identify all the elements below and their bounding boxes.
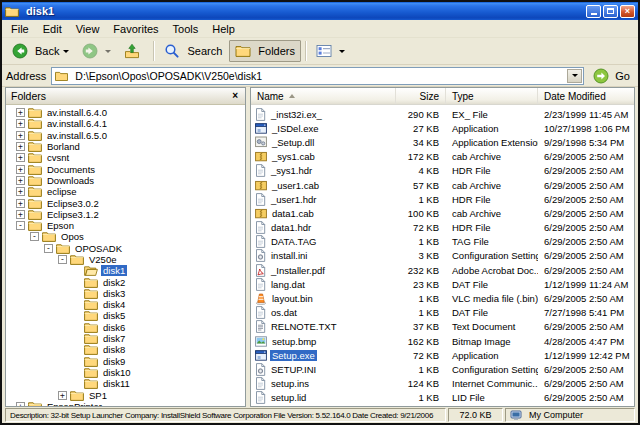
forward-button[interactable] [76,39,117,63]
file-name[interactable]: _user1.hdr [269,194,318,205]
column-header-size[interactable]: Size [396,88,446,104]
folder-label[interactable]: disk7 [101,333,127,344]
file-row-data-tag[interactable]: DATA.TAG1 KBTAG File6/29/2005 2:50 AM [251,235,634,249]
folder-label[interactable]: Eclipse3.1.2 [45,209,101,220]
file-name[interactable]: SETUP.INI [269,364,318,375]
tree-item-av-install-6-4-1[interactable]: +av.install.6.4.1 [6,118,245,129]
tree-item-disk3[interactable]: disk3 [6,288,245,299]
tree-item-disk9[interactable]: disk9 [6,356,245,367]
address-path[interactable]: D:\Epson\Opos\OPOSADK\V250e\disk1 [75,70,563,82]
file-row-setup-dll[interactable]: _Setup.dll34 KBApplication Extension9/29… [251,135,634,149]
folder-label[interactable]: Epson [45,220,76,231]
expand-icon[interactable]: + [16,176,25,185]
expand-icon[interactable]: + [58,391,67,400]
folder-label[interactable]: OPOSADK [73,243,124,254]
menu-favorites[interactable]: Favorites [106,22,165,36]
tree-item-disk11[interactable]: disk11 [6,378,245,389]
file-name[interactable]: data1.cab [270,208,316,219]
file-row-setup-bmp[interactable]: setup.bmp162 KBBitmap Image4/28/2005 4:4… [251,334,634,348]
folder-label[interactable]: disk2 [101,277,127,288]
file-row-lang-dat[interactable]: lang.dat23 KBDAT File1/12/1999 11:24 AM [251,277,634,291]
column-header-type[interactable]: Type [446,88,538,104]
file-name[interactable]: setup.bmp [270,336,318,347]
file-row-relnote-txt[interactable]: RELNOTE.TXT37 KBText Document6/29/2005 2… [251,320,634,334]
collapse-icon[interactable]: - [16,221,25,230]
tree-item-eclipse[interactable]: +eclipse [6,186,245,197]
expand-icon[interactable]: + [16,142,25,151]
file-name[interactable]: _ISDel.exe [270,123,320,134]
tree-item-av-install-6-5-0[interactable]: +av.install.6.5.0 [6,130,245,141]
folder-label[interactable]: cvsnt [45,152,71,163]
expand-icon[interactable]: + [16,119,25,128]
expand-icon[interactable]: + [16,131,25,140]
file-row-data1-hdr[interactable]: data1.hdr72 KBHDR File6/29/2005 2:50 AM [251,221,634,235]
tree-item-v250e[interactable]: -V250e [6,254,245,265]
menu-edit[interactable]: Edit [36,22,69,36]
file-name[interactable]: _sys1.cab [270,151,317,162]
address-field[interactable]: D:\Epson\Opos\OPOSADK\V250e\disk1 [51,67,584,85]
folder-label[interactable]: av.install.6.4.1 [45,118,109,129]
collapse-icon[interactable]: - [44,244,53,253]
file-row-os-dat[interactable]: os.dat1 KBDAT File7/27/1998 5:41 PM [251,306,634,320]
go-button[interactable]: Go [589,68,634,84]
back-button[interactable]: Back [6,39,75,63]
folder-label[interactable]: disk10 [101,367,132,378]
tree-item-sp1[interactable]: +SP1 [6,389,245,400]
address-dropdown-button[interactable] [567,69,582,83]
folder-label[interactable]: disk6 [101,322,127,333]
tree-item-disk1[interactable]: disk1 [6,265,245,276]
tree-item-disk7[interactable]: disk7 [6,333,245,344]
maximize-button[interactable] [603,5,618,18]
file-row-setup-ini[interactable]: SETUP.INI1 KBConfiguration Settings6/29/… [251,362,634,376]
folder-label[interactable]: disk1 [101,265,127,276]
tree-item-documents[interactable]: +Documents [6,163,245,174]
file-name[interactable]: Setup.exe [270,350,317,361]
tree-item-borland[interactable]: +Borland [6,141,245,152]
file-name[interactable]: data1.hdr [269,222,313,233]
folder-label[interactable]: EpsonPrinter [45,401,104,406]
expand-icon[interactable]: + [16,199,25,208]
tree-item-disk10[interactable]: disk10 [6,367,245,378]
expand-icon[interactable]: + [16,402,25,406]
chevron-down-icon[interactable] [339,50,345,53]
file-name[interactable]: _Installer.pdf [269,265,327,276]
menu-view[interactable]: View [69,22,107,36]
folder-label[interactable]: av.install.6.5.0 [45,130,109,141]
folder-label[interactable]: SP1 [87,390,109,401]
folder-label[interactable]: Eclipse3.0.2 [45,198,101,209]
folder-label[interactable]: V250e [87,254,118,265]
menu-tools[interactable]: Tools [166,22,206,36]
file-row-install-ini[interactable]: install.ini3 KBConfiguration Settings6/2… [251,249,634,263]
collapse-icon[interactable]: - [58,255,67,264]
folder-label[interactable]: disk8 [101,344,127,355]
file-row-data1-cab[interactable]: data1.cab100 KBcab Archive6/29/2005 2:50… [251,206,634,220]
expand-icon[interactable]: + [16,210,25,219]
folder-label[interactable]: Opos [59,231,86,242]
file-name[interactable]: _inst32i.ex_ [269,109,324,120]
column-header-name[interactable]: Name [251,88,396,104]
file-row-inst32i-ex[interactable]: _inst32i.ex_290 KBEX_ File2/23/1999 11:4… [251,107,634,121]
file-name[interactable]: _sys1.hdr [269,165,314,176]
folder-label[interactable]: disk3 [101,288,127,299]
tree-item-disk2[interactable]: disk2 [6,276,245,287]
folder-label[interactable]: eclipse [45,186,79,197]
file-row-setup-lid[interactable]: setup.lid1 KBLID File6/29/2005 2:50 AM [251,391,634,405]
tree-item-cvsnt[interactable]: +cvsnt [6,152,245,163]
file-row-user1-cab[interactable]: _user1.cab57 KBcab Archive6/29/2005 2:50… [251,178,634,192]
file-row-isdel-exe[interactable]: _ISDel.exe27 KBApplication10/27/1998 1:0… [251,121,634,135]
file-name[interactable]: setup.ins [269,378,311,389]
tree-item-disk4[interactable]: disk4 [6,299,245,310]
close-button[interactable]: × [620,5,635,18]
expand-icon[interactable]: + [16,108,25,117]
file-row-sys1-hdr[interactable]: _sys1.hdr4 KBHDR File6/29/2005 2:50 AM [251,164,634,178]
folders-button[interactable]: Folders [229,40,301,62]
up-button[interactable] [118,39,149,63]
expand-icon[interactable]: + [16,165,25,174]
tree-item-eclipse3-0-2[interactable]: +Eclipse3.0.2 [6,197,245,208]
menu-file[interactable]: File [4,22,36,36]
collapse-icon[interactable]: - [30,232,39,241]
folder-label[interactable]: disk5 [101,310,127,321]
tree-item-epson[interactable]: -Epson [6,220,245,231]
column-header-date[interactable]: Date Modified [538,88,634,104]
file-name[interactable]: _user1.cab [270,180,321,191]
